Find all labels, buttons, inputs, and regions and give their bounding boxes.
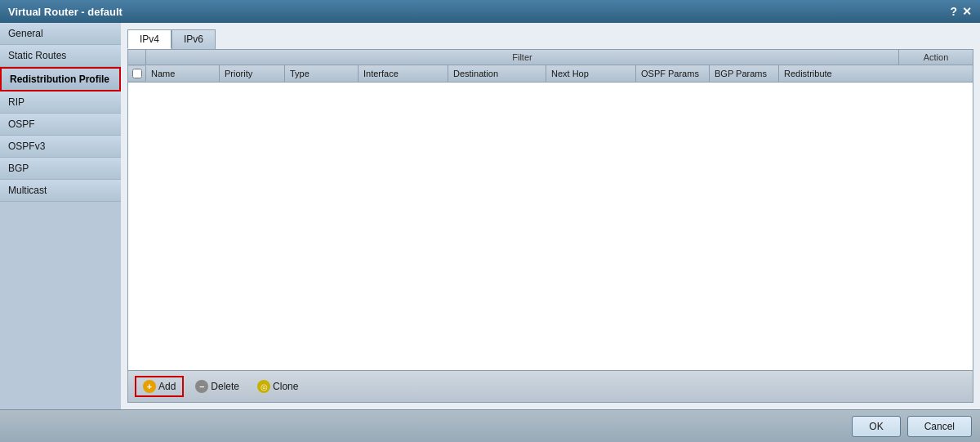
window-title: Virtual Router - default [8, 6, 122, 18]
bottom-toolbar: + Add – Delete ◎ Clone [128, 370, 973, 402]
main-layout: General Static Routes Redistribution Pro… [0, 23, 980, 409]
sidebar-item-general[interactable]: General [0, 23, 121, 45]
clone-button[interactable]: ◎ Clone [251, 377, 305, 395]
col-header-destination: Destination [448, 65, 546, 82]
col-header-ospfparams: OSPF Params [636, 65, 710, 82]
table-body [128, 83, 973, 370]
select-all-checkbox[interactable] [132, 69, 142, 78]
filter-label: Filter [146, 50, 899, 65]
sidebar-item-multicast[interactable]: Multicast [0, 180, 121, 202]
content-area: IPv4 IPv6 Filter Action [121, 23, 980, 409]
tab-bar: IPv4 IPv6 [127, 29, 973, 49]
table-header: Filter Action Name Priority Type Interfa… [128, 50, 973, 83]
col-header-name: Name [146, 65, 220, 82]
sidebar-item-ospfv3[interactable]: OSPFv3 [0, 136, 121, 158]
footer: OK Cancel [0, 409, 980, 442]
tab-ipv6[interactable]: IPv6 [172, 29, 216, 49]
action-label: Action [899, 50, 973, 65]
delete-icon: – [195, 380, 208, 393]
close-icon[interactable]: ✕ [962, 5, 972, 18]
sidebar-item-bgp[interactable]: BGP [0, 158, 121, 180]
delete-button[interactable]: – Delete [189, 377, 246, 395]
title-bar-icons: ? ✕ [950, 5, 972, 18]
sidebar-item-rip[interactable]: RIP [0, 92, 121, 114]
col-header-priority: Priority [220, 65, 285, 82]
help-icon[interactable]: ? [950, 5, 957, 18]
col-header-nexthop: Next Hop [546, 65, 636, 82]
column-header-row: Name Priority Type Interface Destination… [128, 65, 973, 82]
sidebar-item-ospf[interactable]: OSPF [0, 114, 121, 136]
filter-row: Filter Action [128, 50, 973, 65]
ok-button[interactable]: OK [852, 416, 900, 437]
add-button[interactable]: + Add [135, 376, 184, 397]
title-bar: Virtual Router - default ? ✕ [0, 0, 980, 23]
sidebar: General Static Routes Redistribution Pro… [0, 23, 121, 409]
sidebar-item-static-routes[interactable]: Static Routes [0, 45, 121, 67]
col-header-redistribute: Redistribute [779, 65, 973, 82]
cancel-button[interactable]: Cancel [907, 416, 972, 437]
add-icon: + [143, 380, 156, 393]
col-header-type: Type [285, 65, 359, 82]
filter-empty-cell [128, 50, 146, 65]
table-container: Filter Action Name Priority Type Interfa… [127, 49, 973, 403]
tab-ipv4[interactable]: IPv4 [127, 29, 172, 49]
select-all-checkbox-cell [128, 66, 146, 81]
clone-icon: ◎ [257, 380, 270, 393]
col-header-bgpparams: BGP Params [710, 65, 779, 82]
col-header-interface: Interface [359, 65, 448, 82]
sidebar-item-redistribution-profile[interactable]: Redistribution Profile [0, 67, 121, 92]
